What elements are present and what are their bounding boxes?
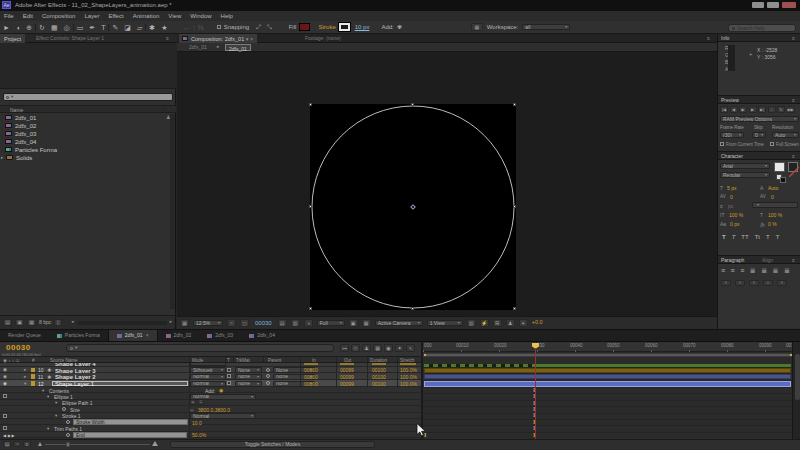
stretch-value[interactable]: 100.0% — [400, 382, 417, 387]
exposure-reset-icon[interactable]: ☀ — [519, 319, 528, 327]
work-area-bar[interactable] — [423, 353, 792, 357]
trkmat-select[interactable]: None — [235, 367, 262, 373]
horizontal-scrollbar[interactable] — [77, 321, 167, 325]
path-operation-icon[interactable]: ⊡ — [198, 401, 204, 406]
add-shape-icon[interactable]: ✾ — [394, 24, 405, 30]
snapping-checkbox[interactable] — [217, 25, 221, 29]
search-help-box[interactable]: Search Help — [728, 24, 796, 32]
fill-color-swatch[interactable] — [299, 23, 310, 31]
stroke-width-value[interactable]: 10 px — [355, 24, 370, 30]
pixel-aspect-icon[interactable]: ▥ — [467, 319, 476, 327]
new-composition-icon[interactable]: ▦ — [27, 319, 36, 326]
in-value[interactable]: 00000 — [304, 368, 318, 373]
project-item[interactable]: 2dfx_04 — [0, 138, 176, 146]
graph-editor-icon[interactable]: ∿ — [406, 344, 415, 352]
zoom-in-mountain-icon[interactable] — [152, 441, 158, 446]
tracking-value[interactable]: 0 — [771, 195, 774, 200]
breadcrumb-parent[interactable]: 2dfx_01 — [189, 45, 207, 50]
last-frame-button[interactable]: ▶| — [758, 106, 766, 113]
path-direction-icon[interactable]: ⇆ — [190, 401, 196, 406]
twirl-icon[interactable]: ▾ — [55, 414, 57, 419]
viewer-canvas[interactable] — [177, 52, 717, 316]
align-center-icon[interactable]: ≡ — [731, 267, 735, 275]
character-panel-header[interactable]: Character ≡ — [718, 152, 800, 160]
out-value[interactable]: 00099 — [340, 368, 354, 373]
next-frame-button[interactable]: ▶ — [749, 106, 757, 113]
selection-handle[interactable] — [513, 307, 516, 310]
stroke-width-label-selected[interactable]: Stroke Width — [73, 419, 188, 425]
menu-window[interactable]: Window — [190, 13, 211, 19]
scroll-left-icon[interactable]: ◂ — [71, 320, 73, 325]
indent-right-field[interactable]: ≡ — [749, 280, 759, 286]
hand-tool-icon[interactable]: ◖ — [13, 24, 23, 31]
panel-menu-icon[interactable]: ≡ — [166, 36, 169, 41]
full-screen-checkbox[interactable] — [770, 142, 774, 146]
indent-left-field[interactable]: ≡ — [721, 280, 731, 286]
tab-render-queue[interactable]: Render Queue — [0, 330, 49, 341]
fill-color-swatch[interactable] — [774, 162, 785, 172]
selection-handle[interactable] — [309, 103, 312, 106]
skip-select[interactable]: 0 — [752, 132, 766, 138]
space-before-field[interactable]: ≡ — [763, 280, 773, 286]
pan-behind-tool-icon[interactable]: ◎ — [61, 24, 73, 31]
stretch-value[interactable]: 100.0% — [400, 368, 417, 373]
project-bpc-badge[interactable]: 8 bpc — [39, 320, 51, 325]
tab-project[interactable]: Project — [0, 34, 25, 43]
selection-handle[interactable] — [411, 103, 414, 106]
project-item-folder[interactable]: ▸ Solids — [0, 154, 176, 162]
from-current-time-checkbox[interactable] — [720, 142, 724, 146]
label-color-swatch[interactable] — [31, 368, 35, 373]
stroke-label[interactable]: Stroke — [318, 24, 335, 30]
preserve-transparency-toggle[interactable] — [227, 381, 231, 385]
mask-visibility-icon[interactable]: ◻ — [240, 319, 249, 327]
panel-menu-icon[interactable]: ≡ — [792, 154, 795, 159]
keyframe-navigator[interactable]: ◀ ◆ ▶ — [3, 433, 14, 438]
project-item[interactable]: 2dfx_02 — [0, 122, 176, 130]
justify-all-icon[interactable]: ≣ — [784, 267, 790, 275]
selection-handle[interactable] — [411, 307, 414, 310]
project-item[interactable]: Particles Forma — [0, 146, 176, 154]
time-ruler[interactable]: 000 00010 00020 00030 00040 00050 00060 … — [423, 342, 792, 352]
timeline-search-input[interactable]: ▾ — [66, 344, 334, 352]
stopwatch-icon[interactable] — [66, 433, 70, 437]
twirl-icon[interactable]: ▾ — [42, 389, 44, 394]
label-color-swatch[interactable] — [31, 374, 35, 379]
twirl-icon[interactable]: ▸ — [24, 375, 26, 380]
snap-shrink-icon[interactable]: ⤡ — [264, 24, 275, 30]
end-property-row[interactable]: ◀ ◆ ▶ End 50.0% — [0, 432, 421, 438]
frame-rate-select[interactable]: (30) — [720, 132, 744, 138]
preview-resolution-select[interactable]: Auto — [772, 132, 799, 138]
layer-bar-blue[interactable] — [424, 374, 791, 379]
close-icon[interactable]: × — [146, 333, 149, 338]
panel-menu-icon[interactable]: ≡ — [707, 36, 710, 41]
project-search-input[interactable]: ▾ — [3, 93, 173, 101]
composition-mini-flowchart-icon[interactable]: ⊶ — [340, 344, 349, 352]
tab-2dfx-03[interactable]: 2dfx_03 — [199, 330, 241, 341]
composition-frame[interactable] — [310, 104, 516, 310]
parent-pick-whip-icon[interactable] — [266, 368, 270, 372]
video-visibility-icon[interactable]: ◉ — [3, 382, 7, 387]
layer-name-edit-field[interactable]: Shape Layer 1 — [52, 381, 188, 387]
zoom-out-mountain-icon[interactable] — [38, 442, 42, 446]
camera-select[interactable]: Active Camera — [375, 320, 423, 326]
clone-stamp-tool-icon[interactable]: ◪ — [121, 24, 134, 31]
font-family-select[interactable]: Arial — [720, 163, 770, 169]
out-value[interactable]: 00099 — [340, 375, 354, 380]
duration-value[interactable]: 00100 — [372, 368, 386, 373]
transparency-grid-icon[interactable]: ▦ — [362, 319, 371, 327]
ram-preview-options-select[interactable]: RAM Preview Options — [720, 116, 799, 122]
timeline-zoom-slider-track[interactable] — [45, 444, 150, 445]
mode-select[interactable] — [190, 363, 226, 366]
draft-3d-icon[interactable]: ◇ — [351, 344, 360, 352]
timeline-zoom-slider-handle[interactable] — [66, 442, 70, 447]
twirl-icon[interactable]: ▸ — [1, 156, 3, 161]
mode-select[interactable]: Normal — [190, 381, 226, 387]
twirl-icon[interactable]: ▾ — [47, 427, 49, 432]
audio-button[interactable]: ♪ — [768, 106, 776, 113]
stroke-color-swatch[interactable] — [788, 162, 798, 172]
snapshot-icon[interactable]: ▤ — [278, 319, 287, 327]
interpret-footage-icon[interactable]: ▤ — [3, 319, 12, 326]
minimize-button[interactable] — [752, 2, 764, 8]
layer-row-11[interactable]: ◉ ▸ 11 ✱ Shape Layer 2 Normal None None … — [0, 373, 421, 380]
subscript-button[interactable]: T — [776, 234, 780, 240]
